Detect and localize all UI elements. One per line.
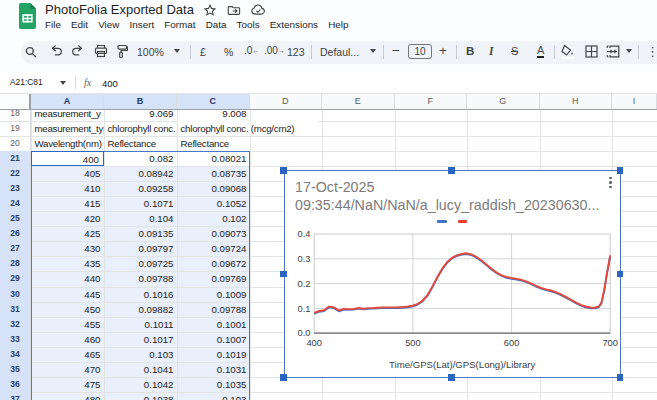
svg-text:Time/GPS(Lat)/GPS(Long)/Librar: Time/GPS(Lat)/GPS(Long)/Library (389, 359, 535, 370)
svg-text:0.1: 0.1 (297, 304, 310, 314)
svg-text:700: 700 (602, 338, 618, 348)
svg-text:400: 400 (306, 338, 322, 348)
svg-text:600: 600 (503, 338, 519, 348)
svg-text:0.3: 0.3 (297, 254, 310, 264)
svg-text:0.2: 0.2 (297, 279, 310, 289)
svg-text:500: 500 (405, 338, 421, 348)
svg-text:0.0: 0.0 (297, 328, 310, 338)
svg-text:0.4: 0.4 (297, 229, 310, 239)
